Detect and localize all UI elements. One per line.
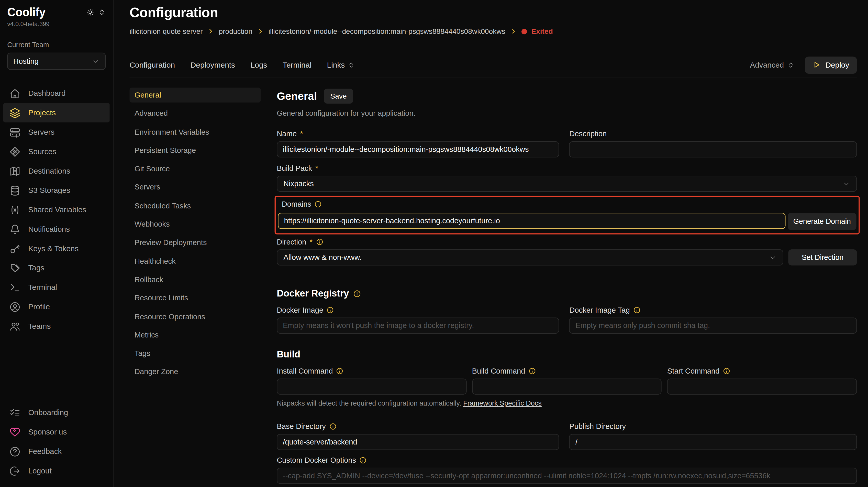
subnav-item-resource-limits[interactable]: Resource Limits	[130, 291, 261, 306]
deploy-button[interactable]: Deploy	[805, 56, 857, 74]
subnav-item-environment-variables[interactable]: Environment Variables	[130, 124, 261, 139]
subnav-item-resource-operations[interactable]: Resource Operations	[130, 309, 261, 324]
set-direction-button[interactable]: Set Direction	[788, 249, 857, 265]
docker-image-field-group: Docker Image	[277, 306, 559, 334]
sidebar-item-profile[interactable]: Profile	[3, 297, 110, 316]
subnav-item-persistent-storage[interactable]: Persistent Storage	[130, 143, 261, 158]
framework-docs-link[interactable]: Framework Specific Docs	[463, 400, 542, 407]
sun-icon[interactable]	[87, 8, 94, 16]
docker-image-tag-input[interactable]	[569, 317, 857, 334]
custom-docker-options-input[interactable]	[277, 468, 857, 484]
sidebar-item-sponsor-us[interactable]: Sponsor us	[3, 422, 110, 442]
tab-bar: Configuration Deployments Logs Terminal …	[130, 52, 857, 78]
domains-input[interactable]	[278, 213, 786, 229]
subnav-item-danger-zone[interactable]: Danger Zone	[130, 364, 261, 379]
subnav-item-servers[interactable]: Servers	[130, 180, 261, 195]
info-icon[interactable]	[723, 367, 730, 375]
info-icon[interactable]	[316, 238, 323, 246]
subnav-item-tags[interactable]: Tags	[130, 346, 261, 361]
play-icon	[813, 61, 820, 68]
subnav-item-label: Preview Deployments	[134, 239, 207, 247]
build-command-input[interactable]	[472, 378, 662, 395]
sidebar-item-destinations[interactable]: Destinations	[3, 161, 110, 181]
sidebar-item-logout[interactable]: Logout	[3, 461, 110, 481]
build-pack-select[interactable]: Nixpacks	[277, 176, 857, 192]
sidebar-item-tags[interactable]: Tags	[3, 258, 110, 278]
tab-terminal[interactable]: Terminal	[283, 61, 311, 69]
save-button[interactable]: Save	[323, 89, 353, 104]
sidebar-item-servers[interactable]: Servers	[3, 122, 110, 142]
sidebar: Coolify v4.0.0-beta.399 Current Team Hos…	[0, 0, 114, 487]
custom-docker-options-field-group: Custom Docker Options	[277, 456, 857, 484]
publish-directory-input[interactable]	[569, 434, 857, 450]
tab-links[interactable]: Links	[327, 61, 355, 69]
subnav-item-scheduled-tasks[interactable]: Scheduled Tasks	[130, 198, 261, 213]
status-dot	[521, 28, 527, 34]
start-command-input[interactable]	[667, 378, 857, 395]
subnav-item-webhooks[interactable]: Webhooks	[130, 217, 261, 232]
subnav-item-label: Git Source	[134, 165, 170, 173]
info-icon[interactable]	[359, 457, 367, 464]
breadcrumb-item[interactable]: illicitonion quote server	[130, 27, 203, 35]
direction-select-value: Allow www & non-www.	[283, 253, 361, 261]
domains-label: Domains	[278, 199, 857, 208]
description-input[interactable]	[569, 141, 857, 157]
info-icon[interactable]	[633, 307, 641, 314]
coolify-app: Coolify v4.0.0-beta.399 Current Team Hos…	[0, 0, 868, 487]
help-circle-icon	[9, 446, 21, 457]
subnav-item-rollback[interactable]: Rollback	[130, 272, 261, 287]
git-branch-icon	[9, 146, 21, 157]
tab-deployments[interactable]: Deployments	[190, 61, 235, 69]
sidebar-item-label: Sponsor us	[28, 428, 67, 436]
user-circle-icon	[9, 301, 21, 312]
subnav-item-metrics[interactable]: Metrics	[130, 327, 261, 342]
coolify-logo: Coolify	[7, 6, 45, 19]
subnav-item-general[interactable]: General	[130, 88, 261, 103]
required-mark: *	[300, 130, 303, 138]
breadcrumb-item[interactable]: production	[219, 27, 252, 35]
subnav-item-label: Rollback	[134, 276, 163, 284]
subnav-item-git-source[interactable]: Git Source	[130, 161, 261, 176]
name-input[interactable]	[277, 141, 559, 157]
info-icon[interactable]	[353, 290, 361, 297]
key-icon	[9, 243, 21, 254]
sidebar-item-sources[interactable]: Sources	[3, 142, 110, 161]
subnav-item-advanced[interactable]: Advanced	[130, 106, 261, 121]
sidebar-item-shared-variables[interactable]: Shared Variables	[3, 200, 110, 220]
direction-select[interactable]: Allow www & non-www.	[277, 249, 783, 265]
required-mark: *	[310, 238, 312, 246]
sidebar-item-terminal[interactable]: Terminal	[3, 278, 110, 297]
info-icon[interactable]	[528, 367, 535, 375]
base-directory-input[interactable]	[277, 434, 559, 450]
info-icon[interactable]	[315, 201, 322, 208]
sidebar-item-feedback[interactable]: Feedback	[3, 442, 110, 461]
version-label: v4.0.0-beta.399	[7, 21, 105, 27]
docker-image-input[interactable]	[277, 317, 559, 334]
tab-logs[interactable]: Logs	[251, 61, 267, 69]
sidebar-item-onboarding[interactable]: Onboarding	[3, 403, 110, 423]
sidebar-item-keys-tokens[interactable]: Keys & Tokens	[3, 239, 110, 258]
sidebar-item-label: Projects	[28, 109, 56, 117]
sidebar-item-s3-storages[interactable]: S3 Storages	[3, 181, 110, 200]
sidebar-item-dashboard[interactable]: Dashboard	[3, 84, 110, 103]
tab-configuration[interactable]: Configuration	[130, 61, 175, 69]
generate-domain-button[interactable]: Generate Domain	[788, 213, 856, 230]
breadcrumb-item[interactable]: illicitestonion/-module--decomposition:m…	[269, 27, 505, 35]
info-icon[interactable]	[327, 307, 334, 314]
info-icon[interactable]	[336, 367, 343, 375]
sidebar-item-notifications[interactable]: Notifications	[3, 220, 110, 239]
main-area: Configuration illicitonion quote server …	[114, 0, 868, 487]
subnav-item-label: Advanced	[134, 109, 168, 117]
sidebar-item-projects[interactable]: Projects	[3, 103, 110, 123]
team-select[interactable]: Hosting	[7, 53, 105, 70]
subnav-item-healthcheck[interactable]: Healthcheck	[130, 254, 261, 268]
advanced-menu[interactable]: Advanced	[750, 61, 794, 69]
sidebar-item-teams[interactable]: Teams	[3, 316, 110, 336]
info-icon[interactable]	[329, 423, 336, 430]
general-heading-row: General Save	[277, 89, 857, 104]
subnav-item-label: Danger Zone	[134, 368, 178, 376]
install-command-input[interactable]	[277, 378, 466, 395]
general-description: General configuration for your applicati…	[277, 109, 857, 117]
chevrons-up-down-icon[interactable]	[98, 8, 105, 16]
subnav-item-preview-deployments[interactable]: Preview Deployments	[130, 235, 261, 250]
